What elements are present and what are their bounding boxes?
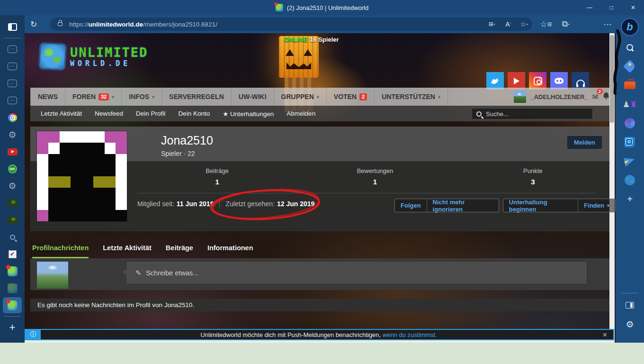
nav-gruppen[interactable]: GRUPPEN▾	[274, 88, 327, 106]
account-username[interactable]: _ADELHOLZENER_	[530, 93, 588, 100]
alerts-button[interactable]	[603, 92, 609, 101]
tab-checkbox[interactable]: ✔	[3, 246, 22, 262]
find-button[interactable]: Finden▾	[578, 199, 615, 212]
bing-icon: b	[621, 18, 639, 36]
tab-unlimitedworld-2[interactable]	[3, 280, 22, 296]
refresh-button[interactable]: ↻	[26, 17, 42, 31]
read-aloud-icon[interactable]: A⁾	[500, 17, 516, 31]
youtube-icon	[8, 148, 18, 155]
nav-voten[interactable]: VOTEN2	[327, 88, 375, 106]
sidebar-search[interactable]	[619, 38, 640, 57]
sidebar-microsoft365[interactable]	[619, 114, 640, 133]
sidebar-outlook[interactable]	[619, 133, 640, 152]
pumpkin-eye	[304, 49, 312, 56]
more-menu-icon[interactable]: ⋯	[599, 17, 616, 31]
sidebar-games[interactable]: ♟♜	[619, 95, 640, 114]
chess-rook-icon: ♜	[630, 100, 637, 109]
inbox-button[interactable]: ✉2	[592, 92, 599, 101]
collections-icon[interactable]: ⧉+	[558, 17, 574, 31]
tab-unlimitedworld-1[interactable]	[3, 263, 22, 279]
last-seen-label: Zuletzt gesehen:	[225, 200, 275, 208]
subnav-unterhaltungen[interactable]: ★ Unterhaltungen	[223, 110, 274, 118]
twitter-link[interactable]	[486, 72, 504, 90]
stat-beitraege[interactable]: Beiträge1	[138, 167, 296, 186]
social-links	[486, 72, 589, 90]
youtube-link[interactable]	[508, 72, 525, 90]
sidebar-bing[interactable]: b	[619, 16, 640, 38]
sidebar-tools[interactable]	[619, 76, 640, 95]
server-status: ONLINE16 Spieler	[284, 36, 339, 43]
maximize-button[interactable]: □	[600, 0, 622, 15]
close-button[interactable]: ✕	[622, 0, 644, 15]
follow-button[interactable]: Folgen	[395, 199, 427, 212]
stat-punkte[interactable]: Punkte3	[454, 167, 612, 186]
site-search-input[interactable]: Suche...	[472, 108, 593, 119]
scrollbar-thumb[interactable]	[610, 35, 614, 123]
vertical-tabs-toggle[interactable]	[3, 19, 22, 35]
push-close-button[interactable]: ✕	[597, 331, 613, 338]
subnav-dein-profil[interactable]: Dein Profil	[136, 110, 165, 117]
profile-avatar[interactable]	[37, 131, 127, 221]
instagram-link[interactable]	[529, 72, 546, 90]
tab-beitraege[interactable]: Beiträge	[166, 240, 193, 258]
tab-search[interactable]	[3, 229, 22, 245]
sidebar-settings[interactable]: ⚙	[619, 315, 640, 334]
tab-placeholder-2[interactable]: ···	[3, 58, 22, 74]
add-favorite-icon[interactable]: ☆+	[516, 17, 532, 31]
nav-unterstuetzen[interactable]: UNTERSTÜTZEN▾	[375, 88, 448, 106]
tab-settings-2[interactable]: ⚙	[3, 178, 22, 194]
new-tab-button[interactable]: +	[3, 319, 22, 336]
nav-serverregeln[interactable]: SERVERREGELN	[162, 88, 232, 106]
tab-placeholder-1[interactable]: ···	[3, 41, 22, 57]
report-button[interactable]: Melden	[567, 136, 602, 149]
start-conversation-button[interactable]: Unterhaltung beginnen	[503, 199, 579, 212]
tab-mr[interactable]: MR	[3, 161, 22, 177]
split-screen-icon[interactable]: ⊞+	[484, 17, 500, 31]
empty-profile-message: Es gibt noch keine Nachrichten im Profil…	[30, 299, 614, 311]
gear-icon: ⚙	[626, 319, 634, 330]
tab-image-2[interactable]	[3, 212, 22, 228]
tab-placeholder-3[interactable]: ···	[3, 75, 22, 91]
sidebar-world[interactable]	[619, 171, 640, 190]
site-logo[interactable]: UNLIMITED WORLD.DE	[39, 43, 148, 70]
tab-profilnachrichten[interactable]: Profilnachrichten	[32, 240, 89, 258]
subnav-newsfeed[interactable]: Newsfeed	[95, 110, 123, 117]
subnav-abmelden[interactable]: Abmelden	[286, 110, 315, 117]
tab-youtube[interactable]	[3, 144, 22, 160]
sidebar-shopping[interactable]	[619, 57, 640, 76]
teamspeak-link[interactable]	[572, 72, 589, 90]
tab-unlimitedworld-active[interactable]	[3, 297, 22, 313]
tab-letzte-aktivitaet[interactable]: Letzte Aktivität	[103, 240, 152, 258]
favorites-icon[interactable]: ☆≡	[538, 17, 554, 31]
nav-foren[interactable]: FOREN32▾	[65, 88, 122, 106]
discord-link[interactable]	[550, 72, 568, 90]
nav-infos[interactable]: INFOS▾	[122, 88, 162, 106]
profile-post-input[interactable]: ✎ Schreibe etwas...	[127, 262, 586, 283]
tab-placeholder-icon: ···	[8, 46, 17, 53]
divider	[4, 38, 21, 38]
tab-informationen[interactable]: Informationen	[207, 240, 253, 258]
subnav-letzte-aktivitaet[interactable]: Letzte Aktivität	[41, 110, 82, 117]
tab-settings[interactable]: ⚙	[3, 127, 22, 143]
info-icon: ⓘ	[26, 330, 41, 339]
nav-news[interactable]: NEWS	[30, 88, 65, 106]
tab-image-1[interactable]	[3, 195, 22, 211]
account-avatar[interactable]	[514, 91, 526, 103]
tab-placeholder-4[interactable]: ···	[3, 92, 22, 109]
minimize-button[interactable]: —	[579, 0, 600, 15]
sidebar-drop[interactable]	[619, 152, 640, 171]
sidebar-panel-toggle[interactable]	[619, 296, 640, 315]
address-bar[interactable]: https://unlimitedworld.de/members/jona25…	[50, 18, 532, 31]
toolbox-icon	[624, 82, 635, 89]
url-text: https://unlimitedworld.de/members/jona25…	[69, 21, 217, 28]
tab-google[interactable]	[3, 109, 22, 126]
push-consent-link[interactable]: wenn du zustimmst.	[383, 331, 437, 338]
nav-uw-wiki[interactable]: UW-WIKI	[232, 88, 274, 106]
unlimitedworld-favicon	[8, 300, 18, 310]
player-count: 16 Spieler	[310, 36, 339, 43]
unignore-button[interactable]: Nicht mehr ignorieren	[427, 199, 499, 212]
subnav-dein-konto[interactable]: Dein Konto	[178, 110, 210, 117]
sidebar-add-button[interactable]: +	[619, 190, 640, 209]
search-icon	[10, 235, 15, 240]
stat-bewertungen[interactable]: Bewertungen1	[296, 167, 454, 186]
